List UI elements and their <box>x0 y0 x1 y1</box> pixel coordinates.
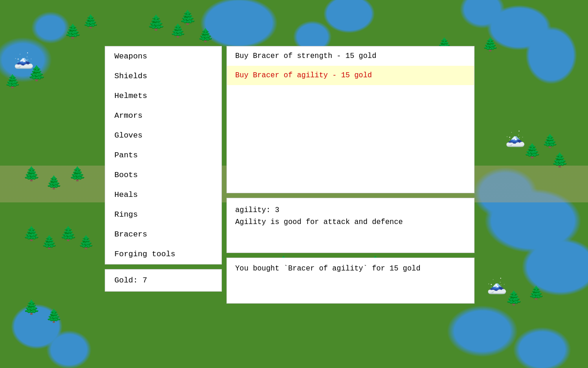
message-text: You bought `Bracer of agility` for 15 go… <box>235 264 466 273</box>
right-panels: Buy Bracer of strength - 15 goldBuy Brac… <box>226 46 475 304</box>
sidebar-item-heals[interactable]: Heals <box>105 185 221 205</box>
sidebar-item-rings[interactable]: Rings <box>105 205 221 224</box>
sidebar-item-bracers[interactable]: Bracers <box>105 224 221 244</box>
gold-label: Gold: 7 <box>114 276 147 285</box>
ui-container: WeaponsShieldsHelmetsArmorsGlovesPantsBo… <box>105 46 475 304</box>
shop-item-bracer-agility[interactable]: Buy Bracer of agility - 15 gold <box>227 66 474 85</box>
shop-panel: Buy Bracer of strength - 15 goldBuy Brac… <box>226 46 475 193</box>
description-panel: agility: 3 Agility is good for attack an… <box>226 198 475 253</box>
stat-label: agility: 3 <box>235 205 466 217</box>
gold-panel: Gold: 7 <box>105 269 222 292</box>
sidebar-item-weapons[interactable]: Weapons <box>105 46 221 66</box>
shop-item-bracer-strength[interactable]: Buy Bracer of strength - 15 gold <box>227 46 474 66</box>
sidebar-item-pants[interactable]: Pants <box>105 145 221 165</box>
sidebar-item-armors[interactable]: Armors <box>105 106 221 126</box>
sidebar-item-helmets[interactable]: Helmets <box>105 86 221 106</box>
sidebar-item-gloves[interactable]: Gloves <box>105 126 221 145</box>
stat-desc: Agility is good for attack and defence <box>235 217 466 229</box>
sidebar-item-boots[interactable]: Boots <box>105 165 221 185</box>
category-sidebar: WeaponsShieldsHelmetsArmorsGlovesPantsBo… <box>105 46 222 264</box>
sidebar-item-shields[interactable]: Shields <box>105 66 221 86</box>
message-panel: You bought `Bracer of agility` for 15 go… <box>226 258 475 304</box>
sidebar-item-forging-tools[interactable]: Forging tools <box>105 244 221 264</box>
